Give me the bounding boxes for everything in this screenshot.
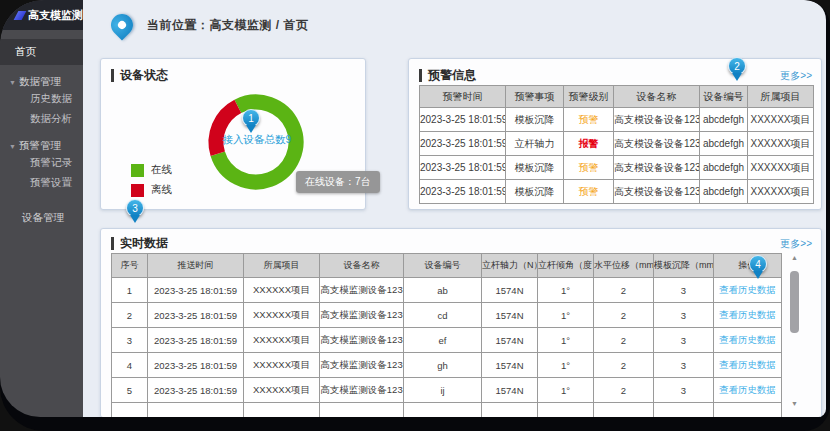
realtime-table-row: 4 2023-3-25 18:01:59 XXXXXX项目 高支模监测设备123… [112, 353, 782, 378]
column-header: 所属项目 [748, 86, 814, 108]
device-name: 高支模设备设备123 [614, 156, 700, 180]
app-window: 高支模监测 首页 ▼ 数据管理 历史数据 数据分析 ▼ 预警管理 预警记录 预警… [0, 0, 826, 417]
warning-time: 2023-3-25 18:01:59 [420, 180, 506, 204]
project-name: XXXXXX项目 [244, 303, 320, 328]
horizontal-displacement: 2 [594, 303, 654, 328]
axial-force: 1574N [482, 303, 538, 328]
column-header: 预警事项 [506, 86, 564, 108]
sidebar-item-home[interactable]: 首页 [0, 39, 83, 65]
scroll-down-icon[interactable]: ▼ [791, 399, 798, 409]
column-header: 预警级别 [564, 86, 614, 108]
panel-title: 设备状态 [111, 67, 168, 84]
title-bar-icon [111, 237, 114, 250]
device-name: 高支模监测设备123 [320, 303, 404, 328]
sidebar-item-data-analysis[interactable]: 数据分析 [0, 109, 83, 129]
project-name: XXXXXX项目 [748, 132, 814, 156]
column-header: 序号 [112, 254, 148, 278]
realtime-table-header: 序号推送时间所属项目设备名称设备编号立杆轴力（N）立杆倾角（度）水平位移（mm）… [112, 254, 782, 278]
axial-force: 1574N [482, 353, 538, 378]
horizontal-displacement: 2 [594, 328, 654, 353]
horizontal-displacement: 2 [594, 278, 654, 303]
donut-center-label[interactable]: 接入设备总数9 [196, 133, 318, 147]
horizontal-displacement: 2 [594, 378, 654, 403]
incline-angle: 1° [538, 378, 594, 403]
sidebar: 高支模监测 首页 ▼ 数据管理 历史数据 数据分析 ▼ 预警管理 预警记录 预警… [0, 0, 83, 417]
column-header: 立杆倾角（度） [538, 254, 594, 278]
device-code: ab [404, 278, 482, 303]
row-seq: 5 [112, 378, 148, 403]
project-name: XXXXXX项目 [244, 328, 320, 353]
column-header: 预警时间 [420, 86, 506, 108]
sidebar-item-warning-management[interactable]: ▼ 预警管理 [0, 139, 83, 153]
sidebar-brand: 高支模监测 [0, 0, 83, 30]
column-header: 立杆轴力（N） [482, 254, 538, 278]
device-name: 高支模监测设备123 [320, 378, 404, 403]
column-header: 模板沉降（mm） [654, 254, 714, 278]
project-name: XXXXXX项目 [748, 108, 814, 132]
column-header: 设备名称 [614, 86, 700, 108]
screenshot-frame: 高支模监测 首页 ▼ 数据管理 历史数据 数据分析 ▼ 预警管理 预警记录 预警… [0, 0, 830, 431]
column-header: 设备名称 [320, 254, 404, 278]
location-pin-icon [106, 9, 137, 40]
device-status-panel: 设备状态 1 接入设备总数9 在线设备：7台 在线 [100, 58, 366, 210]
axial-force: 1574N [482, 278, 538, 303]
device-code: gh [404, 353, 482, 378]
realtime-more-link[interactable]: 更多>> [780, 237, 812, 251]
warning-table-row: 2023-3-25 18:01:59 模板沉降 预警 高支模设备设备123 ab… [420, 156, 814, 180]
formwork-settlement: 3 [654, 353, 714, 378]
device-name: 高支模监测设备123 [320, 278, 404, 303]
realtime-data-panel: 实时数据 更多>> 3 4 序号推送时间所属项目设备名称设备编号立杆轴力（N）立… [100, 228, 822, 417]
device-name: 高支模设备设备123 [614, 108, 700, 132]
view-history-link[interactable]: 查看历史数据 [719, 384, 776, 395]
formwork-settlement: 3 [654, 303, 714, 328]
view-history-link[interactable]: 查看历史数据 [719, 359, 776, 370]
device-code: abcdefgh [700, 108, 748, 132]
breadcrumb-path: 高支模监测 / 首页 [210, 18, 309, 32]
row-seq: 3 [112, 328, 148, 353]
scroll-up-icon[interactable]: ▲ [791, 253, 798, 263]
panel-title: 预警信息 [419, 67, 476, 84]
sidebar-item-device-management[interactable]: 设备管理 [0, 211, 83, 225]
legend-item: 离线 [131, 183, 172, 197]
scrollbar-thumb[interactable] [790, 271, 799, 333]
warning-more-link[interactable]: 更多>> [780, 69, 812, 83]
title-bar-icon [111, 69, 114, 82]
warning-table-row: 2023-3-25 18:01:59 立杆轴力 报警 高支模设备设备123 ab… [420, 132, 814, 156]
warning-item: 立杆轴力 [506, 132, 564, 156]
main-content: 当前位置：高支模监测 / 首页 设备状态 1 接入设备总数9 在线设备：7台 [83, 0, 826, 417]
sidebar-item-warning-records[interactable]: 预警记录 [0, 153, 83, 173]
legend-swatch [131, 164, 144, 177]
view-history-link[interactable]: 查看历史数据 [719, 309, 776, 320]
title-bar-icon [419, 69, 422, 82]
sidebar-item-data-management[interactable]: ▼ 数据管理 [0, 75, 83, 89]
marker-pin-2: 2 [728, 57, 746, 75]
warning-table-row: 2023-3-25 18:01:59 模板沉降 预警 高支模设备设备123 ab… [420, 180, 814, 204]
row-seq: 2 [112, 303, 148, 328]
empty-row [112, 403, 782, 418]
incline-angle: 1° [538, 278, 594, 303]
sidebar-item-warning-settings[interactable]: 预警设置 [0, 173, 83, 193]
column-header: 水平位移（mm） [594, 254, 654, 278]
chevron-down-icon: ▼ [9, 143, 16, 150]
column-header: 设备编号 [700, 86, 748, 108]
realtime-table-row: 3 2023-3-25 18:01:59 XXXXXX项目 高支模监测设备123… [112, 328, 782, 353]
marker-pin-1: 1 [242, 109, 260, 127]
scrollbar-track[interactable] [790, 263, 799, 399]
table-scrollbar[interactable]: ▲ ▼ [789, 253, 800, 409]
device-code: abcdefgh [700, 156, 748, 180]
warning-level: 预警 [564, 180, 614, 204]
warning-time: 2023-3-25 18:01:59 [420, 156, 506, 180]
sidebar-item-history-data[interactable]: 历史数据 [0, 89, 83, 109]
view-history-link[interactable]: 查看历史数据 [719, 284, 776, 295]
push-time: 2023-3-25 18:01:59 [148, 353, 244, 378]
view-history-link[interactable]: 查看历史数据 [719, 334, 776, 345]
device-code: abcdefgh [700, 180, 748, 204]
sidebar-group-label: 预警管理 [19, 139, 61, 153]
push-time: 2023-3-25 18:01:59 [148, 328, 244, 353]
chevron-down-icon: ▼ [9, 79, 16, 86]
marker-pin-3: 3 [126, 199, 144, 217]
warning-table-header: 预警时间预警事项预警级别设备名称设备编号所属项目 [420, 86, 814, 108]
device-name: 高支模监测设备123 [320, 328, 404, 353]
project-name: XXXXXX项目 [244, 378, 320, 403]
project-name: XXXXXX项目 [244, 278, 320, 303]
